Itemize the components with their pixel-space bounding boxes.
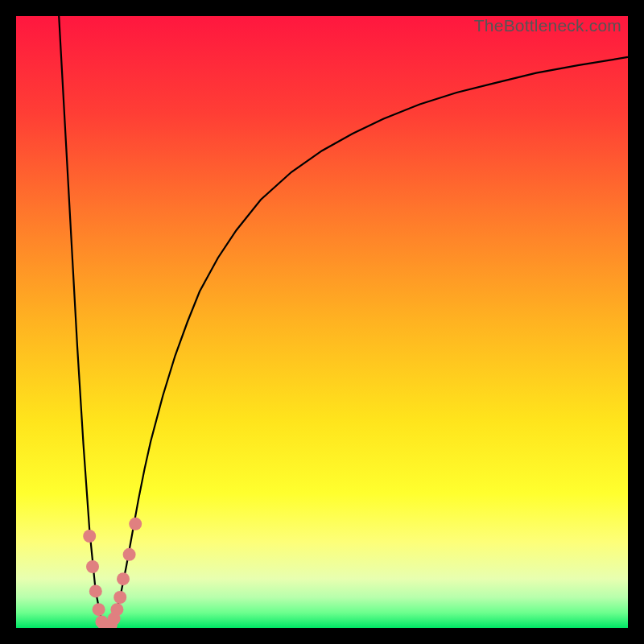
data-point — [114, 591, 126, 604]
data-point — [89, 584, 102, 597]
data-point — [129, 518, 142, 530]
chart-stage: TheBottleneck.com — [0, 0, 644, 644]
watermark-label: TheBottleneck.com — [474, 16, 621, 35]
data-point — [110, 603, 123, 616]
curve-layer — [16, 16, 628, 628]
data-point — [117, 572, 130, 585]
data-point — [93, 603, 105, 616]
data-point — [86, 560, 99, 573]
data-point — [123, 548, 136, 561]
bottleneck-curve — [59, 16, 628, 628]
data-point — [83, 530, 96, 543]
plot-area: TheBottleneck.com — [16, 16, 628, 628]
